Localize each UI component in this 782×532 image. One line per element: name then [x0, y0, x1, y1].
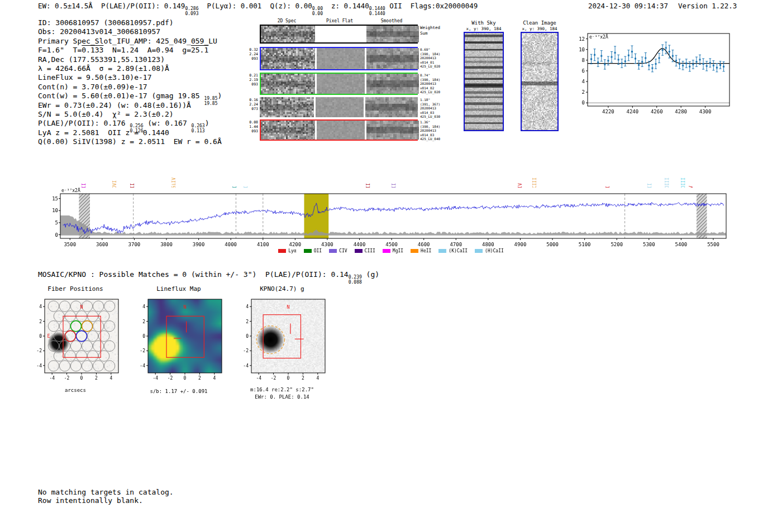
- legend-label: HeII: [421, 248, 431, 253]
- detection-info-block: ID: 3006810957 (3006810957.pdf)Obs: 2020…: [38, 18, 222, 146]
- info-line: Obs: 20200413v014_3006810957: [38, 27, 222, 36]
- full-spectrum-plot: [49, 188, 733, 252]
- cutout-2dspec-canvas: [260, 97, 314, 117]
- legend-item: HeII: [411, 248, 431, 253]
- cutout-fiber-weights: 0.081.44093: [242, 120, 258, 133]
- cutout-row: [260, 47, 418, 70]
- legend-swatch: [383, 249, 390, 253]
- cutout-pixelflat-canvas: [317, 48, 365, 69]
- cutout-row: [260, 119, 418, 141]
- withsky-coords: x, y: 390, 184: [458, 26, 509, 31]
- info-line: Cont(w) = 5.60(±0.01)e-17 (gmag 19.85 19…: [38, 92, 222, 100]
- cutout-annotation: 0.69"(390, 184)20200413v014_01425_LU_020: [420, 47, 448, 69]
- info-line: F=1.6" T=0.133 N=1.24 A=0.94 g=25.1: [38, 46, 222, 55]
- fiber-xlabel: arcsecs: [28, 387, 123, 393]
- cutout-row: [260, 25, 418, 44]
- cutout-annotation: WeightedSum: [420, 25, 448, 36]
- lineflux-caption: s/b: 1.17 +/- 0.091: [131, 389, 226, 394]
- legend-swatch: [411, 249, 418, 253]
- kpno-title: KPNO(24.7) g: [235, 285, 330, 293]
- cleanimage-title: Clean Image: [515, 20, 564, 26]
- cutout-annotation: 1.36"(390, 184)20200413v014_03425_LU_040: [420, 120, 448, 141]
- info-line: EWr = 0.73(±0.24) (w: 0.48(±0.16))Å: [38, 101, 222, 110]
- legend-item: (H)CaII: [475, 248, 504, 253]
- legend-item: CIV: [329, 248, 347, 253]
- fiber-positions-plot: [28, 293, 123, 396]
- info-line: LineFlux = 9.50(±3.10)e-17: [38, 73, 222, 82]
- kpno-caption-2: EWr: 0. PLAE: 0.14: [235, 394, 330, 400]
- cutout-smoothed-canvas: [366, 48, 419, 69]
- cutout-annotation: 0.74"(390, 184)20200413v014_02425_LU_020: [420, 73, 448, 94]
- legend-item: OII: [304, 248, 322, 253]
- info-line: RA,Dec (177.553391,55.130123): [38, 55, 222, 64]
- cutout-header-smoothed: Smoothed: [365, 18, 418, 23]
- legend-label: CIII: [365, 248, 375, 253]
- cutout-header-2dspec: 2D Spec: [260, 18, 314, 23]
- legend-label: CIV: [339, 248, 347, 253]
- emission-line-labels: CIII} OVIHeII} SiIVOIICIINVSiIIHeIIHεHδS…: [0, 143, 782, 194]
- info-line: λ = 4264.66Å σ = 2.89(±1.08)Å: [38, 64, 222, 73]
- legend-label: (K)CaII: [449, 248, 468, 253]
- report-version: Version 1.22.3: [678, 2, 737, 10]
- cutout-pixelflat-canvas: [317, 74, 365, 94]
- info-line: ID: 3006810957 (3006810957.pdf): [38, 18, 222, 27]
- cutout-smoothed-canvas: [366, 74, 419, 94]
- header-summary: EW: 0.5±14.5Å P(LAE)/P(OII): 0.1490.2860…: [38, 2, 478, 16]
- cutout-fiber-weights: 0.212.19093: [242, 73, 258, 87]
- cutout-smoothed-canvas: [366, 121, 419, 140]
- line-fit-plot: [571, 28, 734, 122]
- fiber-positions-title: Fiber Positions: [28, 285, 123, 293]
- legend-label: Lyα: [288, 248, 296, 253]
- cutout-smoothed-canvas: [365, 97, 418, 117]
- cutout-row: [260, 73, 418, 95]
- info-line: Cont(n) = 3.70(±0.09)e-17: [38, 83, 222, 92]
- legend-swatch: [475, 249, 483, 253]
- lineflux-map-title: Lineflux Map: [131, 285, 226, 293]
- matches-summary: MOSAIC/KPNO : Possible Matches = 0 (with…: [38, 270, 379, 285]
- cutout-2dspec-canvas: [261, 121, 315, 140]
- cutout-row: [260, 97, 418, 117]
- legend-item: CIII: [355, 248, 375, 253]
- cutout-annotation: 1.18"(391, 367)20200413v014_03425_LU_030: [420, 98, 448, 119]
- cutout-fiber-weights: 0.162.24073: [242, 98, 258, 111]
- footer-line-2: Row intentionally blank.: [38, 496, 143, 505]
- cutout-2dspec-canvas: [261, 74, 315, 94]
- info-line: Primary Spec_Slot_IFU_AMP: 425_049_059_L…: [38, 37, 222, 46]
- lineflux-map-plot: [131, 293, 226, 396]
- cutout-2dspec-canvas: [261, 26, 315, 42]
- kpno-caption-1: m:16.4 re:2.2" s:2.7": [235, 387, 330, 392]
- report-datetime: 2024-12-30 09:14:37: [588, 2, 668, 10]
- legend-swatch: [304, 249, 312, 253]
- legend-swatch: [278, 249, 286, 253]
- legend-swatch: [438, 249, 446, 253]
- legend-swatch: [355, 249, 363, 253]
- legend-item: Lyα: [278, 248, 296, 253]
- legend-item: (K)CaII: [438, 248, 468, 253]
- cleanimage-image: [521, 32, 559, 131]
- cutout-pixelflat-canvas: [317, 121, 365, 140]
- withsky-image: [464, 32, 504, 131]
- cutout-header-pixelflat: Pixel Flat: [316, 18, 364, 23]
- footer-line-1: No matching targets in catalog.: [38, 488, 174, 496]
- cutout-2dspec-canvas: [261, 48, 315, 69]
- legend-swatch: [329, 249, 337, 253]
- cutout-fiber-weights: 0.322.24093: [242, 47, 258, 61]
- cleanimage-coords: x, y: 390, 184: [515, 26, 564, 31]
- cutout-pixelflat-canvas: [316, 97, 364, 117]
- spectrum-legend: LyαOIICIVCIIIMgIIHeII(K)CaII(H)CaII: [246, 248, 536, 253]
- legend-label: (H)CaII: [485, 248, 504, 253]
- info-line: S/N = 5.0(±0.4) χ² = 2.3(±0.2): [38, 110, 222, 119]
- info-line: P(LAE)/P(OII): 0.176 0.2560.126 (w: 0.16…: [38, 119, 222, 128]
- kpno-image-plot: [235, 293, 330, 396]
- legend-label: OII: [314, 248, 322, 253]
- withsky-title: With Sky: [458, 20, 509, 26]
- cutout-smoothed-canvas: [366, 26, 419, 42]
- legend-label: MgII: [393, 248, 403, 253]
- header-meta: 2024-12-30 09:14:37Version 1.22.3: [588, 2, 737, 10]
- legend-item: MgII: [383, 248, 403, 253]
